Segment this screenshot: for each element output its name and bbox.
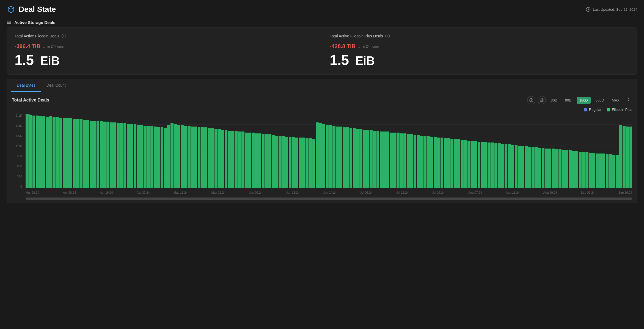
- info-icon-filecoin[interactable]: i: [62, 34, 66, 38]
- bar-group: [110, 114, 113, 188]
- bar: [79, 119, 82, 188]
- bar: [623, 126, 626, 188]
- bar-group: [319, 114, 322, 188]
- tab-deal-count[interactable]: Deal Count: [41, 79, 71, 92]
- range-max[interactable]: MAX: [609, 97, 622, 104]
- bar: [562, 150, 565, 188]
- bar: [295, 138, 298, 188]
- bar-group: [164, 114, 167, 188]
- bar: [498, 143, 501, 188]
- bar-group: [417, 114, 420, 188]
- bar-group: [235, 114, 238, 188]
- bar: [322, 124, 325, 188]
- bar: [32, 116, 35, 188]
- bar-group: [508, 114, 511, 188]
- bar-group: [511, 114, 514, 188]
- bar: [174, 124, 177, 188]
- stat-card-filecoin: Total Active Filecoin Deals i -396.4 TiB…: [7, 28, 322, 74]
- x-label-15: Sep 09,24: [581, 191, 595, 194]
- cards-row: Total Active Filecoin Deals i -396.4 TiB…: [7, 28, 637, 75]
- bar: [346, 127, 349, 188]
- bar: [596, 153, 599, 188]
- bar: [245, 133, 248, 188]
- chart-title: Total Active Deals: [12, 98, 49, 103]
- bar-group: [39, 114, 42, 188]
- range-360d[interactable]: 360D: [593, 97, 607, 104]
- bar: [228, 131, 231, 188]
- bar-group: [332, 114, 335, 188]
- bar: [555, 149, 558, 188]
- range-30d[interactable]: 30D: [548, 97, 560, 104]
- bar: [329, 125, 332, 188]
- bar-group: [157, 114, 160, 188]
- bar-group: [238, 114, 241, 188]
- y-label-4: 900: [12, 154, 24, 158]
- bar: [90, 121, 93, 188]
- bar: [471, 141, 474, 188]
- bar: [167, 125, 170, 188]
- more-button[interactable]: ⋮: [624, 96, 632, 104]
- change-value-filecoin-plus: -428.8 TiB: [330, 43, 356, 50]
- bar: [525, 146, 528, 188]
- range-180d[interactable]: 180D: [577, 97, 591, 104]
- bar: [326, 125, 329, 188]
- bar: [272, 135, 275, 188]
- scrollbar-thumb[interactable]: [26, 198, 632, 200]
- bar: [279, 136, 282, 188]
- bar-group: [528, 114, 531, 188]
- bar: [349, 128, 353, 188]
- bar: [302, 138, 305, 188]
- bar-group: [427, 114, 430, 188]
- bar: [488, 142, 491, 188]
- bar-group: [555, 114, 558, 188]
- bar-group: [558, 114, 562, 188]
- logo-icon: [7, 5, 15, 14]
- bar-group: [177, 114, 180, 188]
- bar: [390, 133, 393, 188]
- legend-dot-regular: [584, 108, 587, 111]
- bar: [97, 121, 100, 188]
- bar-group: [457, 114, 460, 188]
- bar: [437, 138, 440, 188]
- info-button[interactable]: [527, 96, 535, 104]
- scrollbar-area[interactable]: [26, 198, 632, 200]
- bar: [366, 130, 369, 188]
- bar-group: [241, 114, 244, 188]
- bar: [100, 121, 103, 188]
- info-icon-filecoin-plus[interactable]: i: [385, 34, 390, 38]
- bar: [170, 123, 174, 188]
- bar-group: [117, 114, 120, 188]
- bar-group: [262, 114, 265, 188]
- bar-group: [289, 114, 292, 188]
- bar-group: [606, 114, 609, 188]
- bar-group: [174, 114, 177, 188]
- chart-container: (PiB) 2.1K 1.8K 1.5K 1.2K 900 600 300 0: [7, 114, 637, 196]
- bar-group: [225, 114, 228, 188]
- x-label-6: Jun 02,24: [249, 191, 262, 194]
- bar-group: [481, 114, 484, 188]
- bar-group: [79, 114, 82, 188]
- bar: [569, 150, 572, 188]
- bar: [117, 123, 120, 188]
- bar-group: [569, 114, 572, 188]
- bar-group: [322, 114, 325, 188]
- bar-group: [437, 114, 440, 188]
- bar-group: [184, 114, 187, 188]
- bar-group: [407, 114, 410, 188]
- bar: [265, 134, 268, 188]
- in-24h-label-2: in 24 hours: [362, 45, 379, 48]
- bar-group: [306, 114, 309, 188]
- calendar-button[interactable]: [538, 96, 546, 104]
- bar: [376, 131, 379, 188]
- bar-group: [32, 114, 35, 188]
- bar: [130, 124, 133, 188]
- legend: Regular Filecoin Plus: [7, 106, 637, 114]
- bar-group: [592, 114, 595, 188]
- range-90d[interactable]: 90D: [562, 97, 574, 104]
- bar-group: [265, 114, 268, 188]
- bar: [29, 115, 32, 188]
- tab-deal-bytes[interactable]: Deal Bytes: [11, 79, 41, 92]
- bar-group: [103, 114, 106, 188]
- bar: [441, 138, 444, 188]
- last-updated-text: Last Updated: Sep 22, 2024: [593, 7, 637, 12]
